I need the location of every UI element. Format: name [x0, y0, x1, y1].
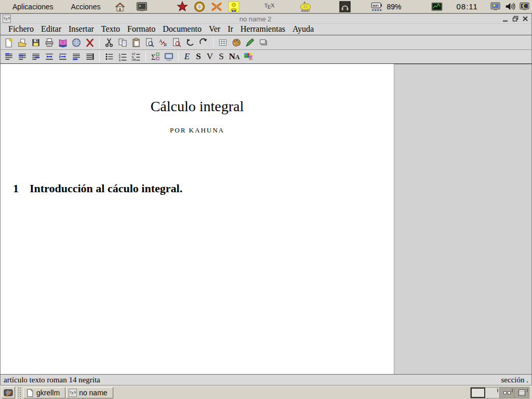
table-colors-button[interactable]	[242, 50, 255, 63]
launcher-terminal-button[interactable]	[136, 1, 148, 13]
save-button[interactable]	[29, 36, 43, 49]
tray-monitor-day-button[interactable]	[489, 1, 502, 13]
style-NA-button[interactable]: Na	[227, 50, 242, 63]
launcher-headphones-button[interactable]	[339, 1, 351, 13]
window-maximize-button[interactable]	[511, 15, 520, 23]
search-doc-button[interactable]	[170, 36, 183, 49]
task-label: gkrellm	[36, 389, 60, 397]
launcher-cdroast-button[interactable]: XROAST	[299, 1, 312, 13]
undo-button[interactable]	[183, 36, 197, 49]
para-style-2-icon	[18, 52, 27, 61]
toolbar-separator	[178, 51, 179, 62]
table-button[interactable]	[216, 36, 230, 49]
style-V-button[interactable]: V	[204, 50, 216, 63]
top-panel: Aplicaciones Acciones TEXXROAST WiFi 89%…	[0, 0, 532, 14]
para-style-7-icon	[85, 52, 95, 61]
description-list-button[interactable]: GTNUM	[129, 50, 143, 63]
paste-button[interactable]	[129, 36, 143, 49]
para-style-7-button[interactable]	[83, 50, 97, 63]
window-minimize-button[interactable]	[501, 15, 510, 23]
copy-icon	[118, 38, 127, 47]
open-doc-button[interactable]	[16, 36, 29, 49]
orange-cross-icon	[211, 1, 222, 12]
section-number: 1	[13, 182, 30, 195]
bullet-list-button[interactable]	[102, 50, 116, 63]
menu-item-fichero[interactable]: Fichero	[5, 23, 37, 35]
menu-item-insertar[interactable]: Insertar	[65, 23, 98, 35]
style-E-button[interactable]: E	[181, 50, 193, 63]
para-style-6-button[interactable]	[70, 50, 83, 63]
copy-button[interactable]	[116, 36, 129, 49]
menu-item-ayuda[interactable]: Ayuda	[289, 23, 317, 35]
svg-text:X: X	[8, 16, 10, 20]
applet-note-button[interactable]	[2, 387, 15, 398]
para-style-1-button[interactable]	[2, 50, 16, 63]
menu-item-formato[interactable]: Formato	[124, 23, 159, 35]
launcher-emblem-button[interactable]	[193, 1, 206, 13]
spellcheck-button[interactable]	[56, 36, 70, 49]
para-style-4-icon	[45, 52, 54, 61]
cdroast-icon: XROAST	[300, 1, 311, 12]
window-titlebar[interactable]: TEX no name 2	[0, 14, 532, 23]
print-button[interactable]	[43, 36, 56, 49]
menu-item-ir[interactable]: Ir	[224, 23, 237, 35]
launcher-orange-cross-button[interactable]	[210, 1, 223, 13]
pager-desktop-4[interactable]	[514, 388, 529, 398]
style-S-button[interactable]: S	[193, 50, 204, 63]
frame-button[interactable]	[257, 36, 270, 49]
menu-item-texto[interactable]: Texto	[98, 23, 124, 35]
new-doc-icon	[4, 38, 14, 47]
preview-button[interactable]	[162, 50, 176, 63]
launcher-home-button[interactable]	[114, 1, 126, 13]
status-paragraph-style: artículo texto roman 14 negrita	[4, 376, 501, 384]
menu-item-editar[interactable]: Editar	[37, 23, 65, 35]
para-style-2-button[interactable]	[16, 50, 29, 63]
tray-volume-button[interactable]	[504, 1, 516, 13]
pager-desktop-3[interactable]	[500, 388, 514, 398]
cut-icon	[104, 38, 114, 47]
panel-menu-acciones[interactable]: Acciones	[66, 1, 106, 13]
tray-monitor-night-button[interactable]	[518, 1, 531, 13]
numbered-list-button[interactable]: 123	[116, 50, 129, 63]
menu-item-ver[interactable]: Ver	[205, 23, 224, 35]
launcher-red-star-button[interactable]	[176, 1, 189, 13]
pager-desktop-1[interactable]	[471, 388, 485, 398]
redo-button[interactable]	[197, 36, 210, 49]
pager-window	[503, 391, 507, 394]
window-close-button[interactable]	[521, 15, 529, 23]
clock[interactable]: 08:11	[456, 2, 477, 11]
pager-desktop-2[interactable]	[485, 388, 500, 398]
window-menu-icon[interactable]: TEX	[3, 15, 11, 23]
panel-drag-handle[interactable]	[17, 387, 22, 398]
terminal-icon	[136, 1, 148, 12]
document-page[interactable]: Cálculo integral POR KAHUNA 1 Introducci…	[1, 64, 394, 374]
pen-button[interactable]	[243, 36, 257, 49]
para-style-3-button[interactable]	[29, 50, 43, 63]
pager-window	[508, 391, 511, 394]
minimize-icon	[502, 15, 509, 22]
math-button[interactable]: Σ	[149, 50, 162, 63]
style-S2-button[interactable]: S	[216, 50, 227, 63]
system-monitor-applet[interactable]	[431, 1, 443, 13]
document-author: POR KAHUNA	[1, 126, 394, 135]
panel-menu-aplicaciones[interactable]: Aplicaciones	[7, 1, 59, 13]
launcher-user-yellow-button[interactable]	[228, 1, 240, 13]
para-style-4-button[interactable]	[43, 50, 56, 63]
bullet-list-icon	[104, 52, 114, 61]
launcher-tex-button[interactable]: TEX	[263, 1, 275, 13]
world-button[interactable]	[70, 36, 83, 49]
new-doc-button[interactable]	[2, 36, 16, 49]
find-button[interactable]	[143, 36, 156, 49]
para-style-5-button[interactable]	[56, 50, 70, 63]
task-button-no-name[interactable]: TEXno name	[66, 387, 113, 398]
close-doc-button[interactable]	[83, 36, 97, 49]
tex-icon: TEX	[263, 1, 275, 12]
menu-item-herramientas[interactable]: Herramientas	[237, 23, 289, 35]
menu-item-documento[interactable]: Documento	[159, 23, 205, 35]
monitor-night-icon	[519, 1, 530, 12]
cut-button[interactable]	[102, 36, 116, 49]
replace-button[interactable]: AB	[156, 36, 170, 49]
palette-button[interactable]	[230, 36, 243, 49]
window-title: no name 2	[11, 15, 500, 23]
task-button-gkrellm[interactable]: gkrellm	[23, 387, 65, 398]
